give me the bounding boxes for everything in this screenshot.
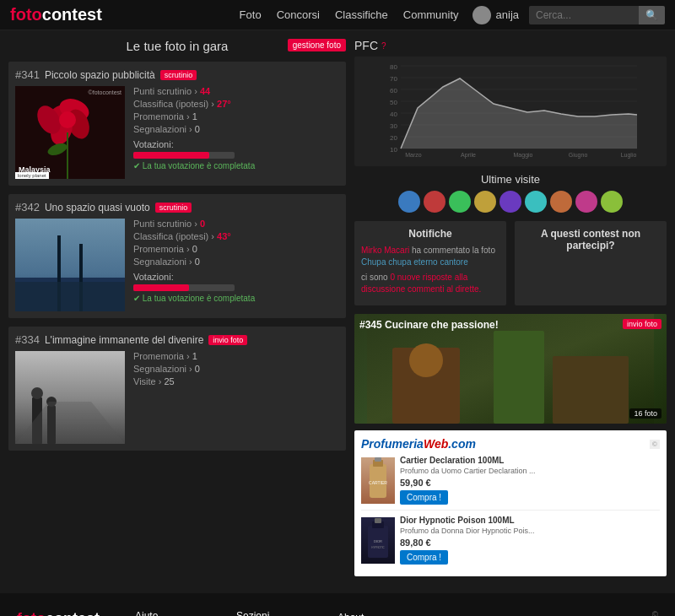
entry-number-342: #342: [15, 201, 40, 213]
visitor-avatar-3[interactable]: [449, 191, 471, 213]
entry-stats-341: Punti scrutinio › 44 Classifica (ipotesi…: [133, 86, 339, 179]
visitor-avatar-8[interactable]: [575, 191, 597, 213]
visitor-avatar-5[interactable]: [500, 191, 521, 213]
contest-box: A questi contest non partecipi?: [515, 221, 667, 305]
contest-invio-badge[interactable]: invio foto: [623, 319, 662, 329]
vote-complete: ✔ La tua votazione è completata: [133, 161, 339, 170]
contest-entry-341: #341 Piccolo spazio pubblicità scrutinio: [8, 62, 346, 186]
compra-button-1[interactable]: Compra !: [400, 490, 448, 505]
visitor-avatar-6[interactable]: [525, 191, 547, 213]
photo-thumb-342[interactable]: ©fotocontest: [15, 219, 125, 311]
visitor-avatar-7[interactable]: [550, 191, 572, 213]
stat-classifica-342: Classifica (ipotesi) › 43°: [133, 231, 339, 241]
svg-text:40: 40: [390, 111, 397, 118]
notif-photo-link[interactable]: Chupa chupa eterno cantore: [361, 257, 468, 267]
ultime-visite-title: Ultime visite: [354, 173, 667, 186]
badge-scrutinio: scrutinio: [160, 70, 197, 80]
pfc-title: PFC?: [354, 39, 667, 52]
entry-content: Malaysia lonely planet ©fotocontest Punt…: [15, 86, 339, 179]
footer-logo-foto: foto: [17, 610, 46, 616]
product-item-2: DIOR HYPNOTIC Dior Hypnotic Poison 100ML…: [361, 516, 660, 570]
nav-concorsi[interactable]: Concorsi: [277, 8, 320, 21]
site-logo[interactable]: fotocontest: [10, 5, 102, 24]
profumeria-ad: ProfumeriaWeb.com © CARTIER Cartier Decl…: [354, 430, 667, 576]
photo-thumb-334[interactable]: [15, 351, 125, 444]
product-name-2: Dior Hypnotic Poison 100ML: [400, 516, 660, 525]
contest-box-title: A questi contest non partecipi?: [521, 228, 660, 251]
entry-content-334: Promemoria › 1 Segnalazioni › 0 Visite ›…: [15, 351, 339, 444]
notifiche-title: Notifiche: [361, 228, 500, 240]
entry-title-334: L'immagine immanente del divenire: [45, 334, 203, 346]
svg-rect-46: [553, 356, 629, 424]
section-title-gara: Le tue foto in gara gestione foto: [8, 39, 346, 53]
stat-visite-334: Visite › 25: [133, 376, 339, 386]
product-image-1: CARTIER: [361, 457, 395, 504]
entry-stats-334: Promemoria › 1 Segnalazioni › 0 Visite ›…: [133, 351, 339, 444]
notif-author[interactable]: Mirko Macari: [361, 246, 409, 255]
footer-logo-section: fotocontest f t g+: [17, 610, 118, 616]
svg-text:70: 70: [390, 75, 397, 83]
visitor-avatar-2[interactable]: [424, 191, 446, 213]
stat-promemoria: Promemoria › 1: [133, 111, 339, 122]
profumeria-logo: ProfumeriaWeb.com: [361, 437, 476, 451]
visitor-avatar-4[interactable]: [474, 191, 496, 213]
right-panel: PFC? 80 70 60 50: [354, 39, 667, 576]
main-nav: Foto Concorsi Classifiche Community: [240, 8, 459, 21]
contest-entry-342: #342 Uno spazio quasi vuoto scrutinio ©f…: [8, 194, 346, 318]
product-price-1: 59,90 €: [400, 478, 660, 488]
search-bar: 🔍: [529, 6, 665, 24]
contest-ad-image[interactable]: #345 Cucinare che passione! invio foto 1…: [354, 314, 667, 424]
watermark: ©fotocontest: [89, 89, 122, 95]
foto-count-badge: 16 foto: [629, 408, 662, 419]
stat-segnalazioni: Segnalazioni › 0: [133, 124, 339, 134]
svg-text:HYPNOTIC: HYPNOTIC: [371, 546, 385, 549]
product-info-1: Cartier Declaration 100ML Profumo da Uom…: [400, 456, 660, 505]
visitor-avatar-1[interactable]: [398, 191, 420, 213]
nav-community[interactable]: Community: [403, 8, 459, 21]
svg-marker-36: [401, 78, 637, 149]
notifiche-box: Notifiche Mirko Macari ha commentato la …: [354, 221, 506, 305]
svg-text:Maggio: Maggio: [514, 152, 533, 159]
svg-rect-53: [375, 518, 381, 523]
svg-text:10: 10: [390, 146, 397, 154]
footer-sezioni: Sezioni Blog Forum Privacy Policy: [236, 610, 321, 616]
footer: fotocontest f t g+ Aiuto Come funziona F…: [0, 593, 675, 616]
nav-foto[interactable]: Foto: [240, 8, 262, 21]
notif-text2: ci sono: [361, 273, 390, 282]
product-image-2: DIOR HYPNOTIC: [361, 517, 395, 564]
contest-entry-334: #334 L'immagine immanente del divenire i…: [8, 327, 346, 451]
footer-logo: fotocontest: [17, 610, 118, 616]
entry-number-334: #334: [15, 333, 40, 346]
compra-button-2[interactable]: Compra !: [400, 550, 448, 565]
nav-classifiche[interactable]: Classifiche: [335, 8, 388, 21]
svg-rect-13: [15, 282, 125, 311]
badge-invio-334: invio foto: [208, 335, 247, 345]
vote-bar: [133, 152, 209, 159]
notif-text: ha commentato la foto: [412, 246, 495, 255]
svg-text:Luglio: Luglio: [621, 152, 637, 159]
left-panel: Le tue foto in gara gestione foto #341 P…: [8, 39, 346, 576]
username[interactable]: anija: [496, 8, 519, 21]
avatar: [472, 6, 491, 24]
pfc-section: PFC? 80 70 60 50: [354, 39, 667, 166]
search-input[interactable]: [529, 6, 639, 24]
svg-text:Marzo: Marzo: [405, 152, 422, 158]
photo-thumb-341[interactable]: Malaysia lonely planet ©fotocontest: [15, 86, 125, 179]
visitor-avatar-9[interactable]: [601, 191, 623, 213]
gestione-button[interactable]: gestione foto: [288, 39, 346, 51]
avatars-row: [354, 191, 667, 213]
search-button[interactable]: 🔍: [639, 6, 665, 24]
vote-bar-wrap-342: [133, 284, 235, 291]
notif-contest-row: Notifiche Mirko Macari ha commentato la …: [354, 221, 667, 305]
logo-contest: contest: [42, 5, 102, 24]
landscape-svg: [15, 219, 125, 311]
cartier-bottle: CARTIER: [361, 457, 395, 504]
svg-text:30: 30: [390, 122, 397, 130]
svg-point-6: [59, 111, 76, 128]
chart-area: 80 70 60 50 40 30 20 10 Marzo Aprile Mag…: [354, 57, 667, 166]
contest-ad: #345 Cucinare che passione! invio foto 1…: [354, 314, 667, 424]
stat-promemoria-334: Promemoria › 1: [133, 351, 339, 361]
stat-segnalazioni-342: Segnalazioni › 0: [133, 257, 339, 267]
svg-point-44: [409, 343, 443, 377]
notif-item-2: ci sono 0 nuove risposte alla discussion…: [361, 272, 500, 295]
